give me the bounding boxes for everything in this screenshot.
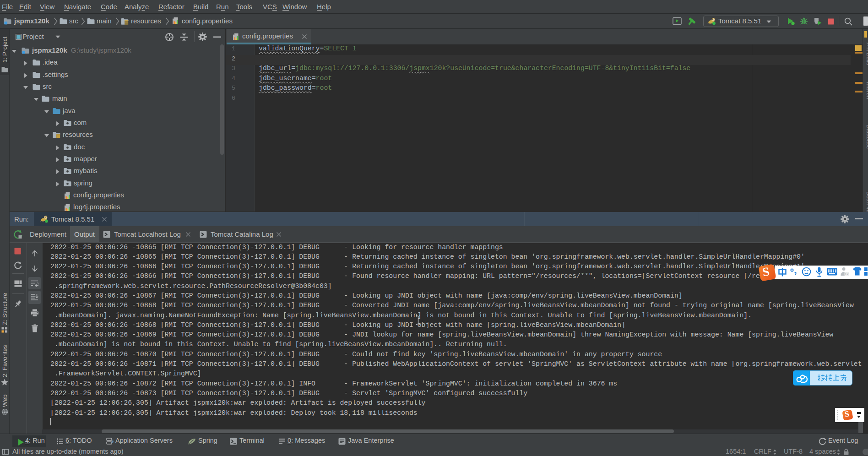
svg-text:17: 17 [845, 272, 848, 276]
